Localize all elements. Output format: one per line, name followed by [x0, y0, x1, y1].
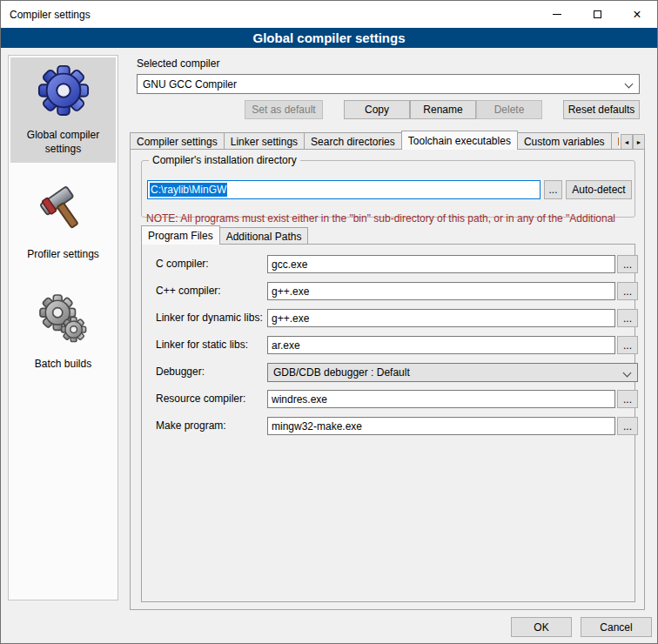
dialog-header: Global compiler settings	[1, 28, 657, 48]
arrow-right-icon: ►	[636, 139, 642, 145]
make-program-label: Make program:	[156, 419, 226, 432]
set-as-default-button[interactable]: Set as default	[245, 100, 323, 119]
cancel-button[interactable]: Cancel	[581, 617, 652, 637]
auto-detect-button[interactable]: Auto-detect	[566, 180, 632, 199]
rename-button[interactable]: Rename	[410, 100, 476, 119]
tab-custom-variables[interactable]: Custom variables	[517, 132, 612, 150]
sidebar: Global compiler settings Pr	[8, 55, 118, 600]
static-linker-browse-button[interactable]: ...	[617, 336, 638, 354]
c-compiler-input[interactable]	[267, 255, 615, 273]
installation-directory-group: Compiler's installation directory C:\ray…	[141, 160, 635, 218]
window-controls: ×	[537, 1, 657, 28]
dynamic-linker-row: Linker for dynamic libs: ...	[142, 309, 634, 328]
copy-button[interactable]: Copy	[344, 100, 410, 119]
maximize-icon	[594, 10, 601, 18]
window-title: Compiler settings	[10, 9, 91, 21]
tab-compiler-settings[interactable]: Compiler settings	[130, 132, 225, 150]
installation-directory-browse-button[interactable]: ...	[544, 180, 562, 199]
close-icon: ×	[633, 9, 641, 21]
close-button[interactable]: ×	[617, 1, 657, 28]
dynamic-linker-label: Linker for dynamic libs:	[156, 312, 263, 324]
gray-gears-icon	[37, 292, 91, 345]
static-linker-label: Linker for static libs:	[156, 339, 248, 351]
c-compiler-row: C compiler: ...	[142, 255, 634, 274]
chevron-down-icon	[625, 80, 634, 89]
static-linker-input[interactable]	[267, 336, 615, 354]
resource-compiler-browse-button[interactable]: ...	[617, 390, 638, 408]
arrow-left-icon: ◄	[624, 139, 630, 145]
selected-compiler-label: Selected compiler	[137, 57, 219, 70]
sidebar-item-profiler-settings[interactable]: Profiler settings	[10, 177, 116, 269]
tab-bar: Compiler settings Linker settings Search…	[130, 131, 645, 150]
sidebar-item-label: Global compiler settings	[12, 129, 114, 156]
reset-defaults-button[interactable]: Reset defaults	[563, 100, 640, 119]
titlebar: Compiler settings ×	[1, 1, 657, 28]
toolchain-executables-panel: Compiler's installation directory C:\ray…	[130, 149, 645, 610]
resource-compiler-label: Resource compiler:	[156, 392, 245, 405]
tab-linker-settings[interactable]: Linker settings	[224, 132, 305, 150]
chevron-down-icon	[623, 369, 632, 378]
static-linker-row: Linker for static libs: ...	[142, 336, 634, 355]
compiler-settings-window: Compiler settings × Global compiler sett…	[0, 0, 658, 644]
cpp-compiler-input[interactable]	[267, 282, 615, 300]
debugger-value: GDB/CDB debugger : Default	[273, 366, 410, 379]
make-program-row: Make program: ...	[142, 417, 634, 436]
cpp-compiler-row: C++ compiler: ...	[142, 282, 634, 301]
installation-directory-group-title: Compiler's installation directory	[149, 154, 300, 166]
profiler-hammer-icon	[37, 182, 91, 236]
resource-compiler-row: Resource compiler: ...	[142, 390, 634, 409]
dynamic-linker-browse-button[interactable]: ...	[617, 309, 638, 327]
tab-scroll-controls: ◄ ►	[621, 134, 645, 150]
subtab-program-files[interactable]: Program Files	[141, 225, 220, 245]
sidebar-item-global-compiler-settings[interactable]: Global compiler settings	[10, 57, 116, 163]
cpp-compiler-browse-button[interactable]: ...	[617, 282, 638, 300]
selected-compiler-value: GNU GCC Compiler	[143, 78, 237, 91]
installation-directory-input[interactable]: C:\raylib\MinGW	[147, 180, 540, 199]
tab-scroll-left-button[interactable]: ◄	[621, 134, 633, 150]
subtab-bar: Program Files Additional Paths	[141, 225, 308, 245]
debugger-select[interactable]: GDB/CDB debugger : Default	[267, 363, 638, 382]
blue-gear-icon	[37, 63, 91, 117]
tab-search-directories[interactable]: Search directories	[304, 132, 402, 150]
subtab-additional-paths[interactable]: Additional Paths	[219, 227, 309, 245]
sidebar-item-batch-builds[interactable]: Batch builds	[10, 286, 116, 379]
minimize-icon	[553, 14, 561, 15]
ok-button[interactable]: OK	[511, 617, 572, 637]
tab-scroll-right-button[interactable]: ►	[633, 134, 645, 150]
program-files-panel: C compiler: ... C++ compiler: ... Linker…	[141, 244, 635, 602]
minimize-button[interactable]	[537, 1, 577, 28]
make-program-input[interactable]	[267, 417, 615, 435]
compiler-button-row: Set as default Copy Rename Delete Reset …	[137, 100, 640, 119]
dynamic-linker-input[interactable]	[267, 309, 615, 327]
tab-build-options[interactable]: Builc	[611, 132, 619, 150]
selected-compiler-select[interactable]: GNU GCC Compiler	[137, 74, 640, 94]
installation-directory-value: C:\raylib\MinGW	[150, 183, 227, 197]
cpp-compiler-label: C++ compiler:	[156, 285, 221, 297]
maximize-button[interactable]	[577, 1, 617, 28]
resource-compiler-input[interactable]	[267, 390, 615, 408]
tab-toolchain-executables[interactable]: Toolchain executables	[401, 131, 518, 150]
debugger-row: Debugger: GDB/CDB debugger : Default	[142, 363, 634, 382]
tab-list: Compiler settings Linker settings Search…	[130, 131, 619, 150]
delete-button[interactable]: Delete	[476, 100, 542, 119]
debugger-label: Debugger:	[156, 366, 205, 378]
note-text: NOTE: All programs must exist either in …	[146, 212, 639, 225]
sidebar-item-label: Batch builds	[35, 358, 91, 372]
make-program-browse-button[interactable]: ...	[617, 417, 638, 435]
sidebar-item-label: Profiler settings	[27, 248, 99, 262]
c-compiler-browse-button[interactable]: ...	[617, 255, 638, 273]
c-compiler-label: C compiler:	[156, 258, 209, 270]
